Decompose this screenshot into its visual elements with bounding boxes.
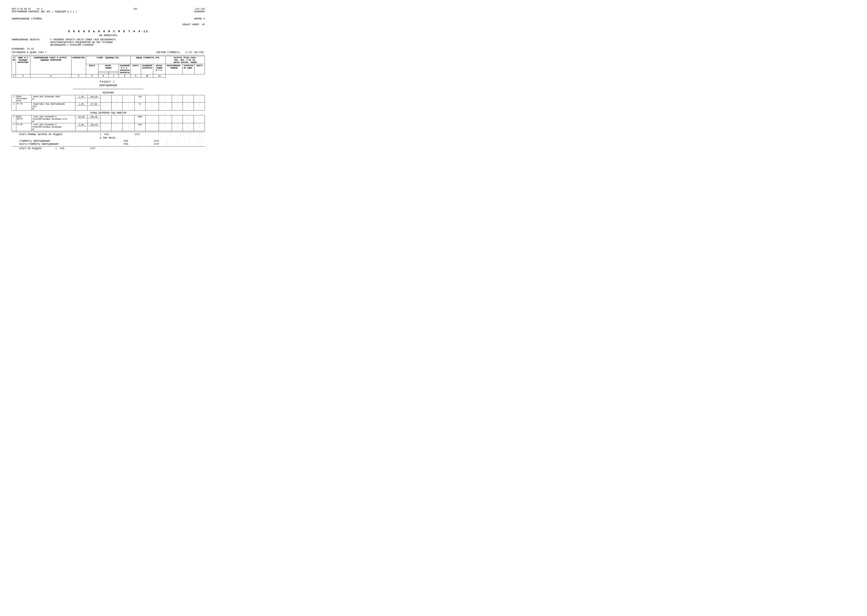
item-osnov-o: -- bbox=[145, 95, 159, 102]
item-osnov-zp: -- bbox=[123, 102, 134, 110]
dash4: - bbox=[176, 133, 186, 136]
sp4 bbox=[131, 140, 135, 143]
item-code: ЦЕНАСАРАТОВСКАРЗА bbox=[16, 95, 31, 102]
item-expl2: -- bbox=[112, 102, 123, 110]
th-e3 bbox=[98, 73, 109, 74]
th-num10: 10 bbox=[141, 74, 153, 78]
th-stoim: СТОИМ. ЕДИНИЦЫ,РУБ. bbox=[86, 56, 131, 64]
subsection-melochnaya: МЕЛОЧНАЯ bbox=[12, 91, 205, 94]
subsection-sklad: СКЛАД БАЛЛОНОВ ПОД НАВЕСОМ bbox=[12, 112, 205, 114]
th-num1: 1 bbox=[12, 74, 16, 78]
th-m3 bbox=[109, 73, 119, 74]
dash16: - bbox=[108, 147, 120, 150]
th-kol: КОЛИЧЕСТВО bbox=[71, 56, 86, 74]
th-shifr: ШИФР И НПОЗИЦИИНОРМАТИВА bbox=[16, 56, 30, 74]
smetnaya-label: СМЕТНАЯ СТОИМОСТЬ bbox=[156, 51, 180, 54]
dash5: - bbox=[186, 133, 195, 136]
items-table-1: 1 ЦЕНАСАРАТОВСКАРЗА -ШКАФ ДЛЯ ХРАНЕНИЯ Л… bbox=[12, 95, 205, 110]
item-vsego-t: -- bbox=[194, 95, 205, 102]
item-price: 100,00- bbox=[87, 123, 101, 131]
item-total: 500- bbox=[134, 123, 145, 131]
osnov-smetnaya-row: ОСНОВАНИЕ: ТХ.СО bbox=[12, 48, 205, 50]
object-label: ОБЪЕКТ НОМЕР bbox=[183, 24, 199, 26]
vsego-ob-label: ВСЕГО,СТОИМОСТЬ ОБОРУДОВАНИЯ - bbox=[19, 143, 122, 146]
item-osnov-zp: -- bbox=[123, 115, 134, 123]
item-price: 87,00- bbox=[87, 102, 101, 110]
stoimost-ob-unit: РУБ. bbox=[122, 140, 131, 143]
itogo-val1: 3747 bbox=[131, 133, 143, 136]
th-ekspl2 bbox=[98, 72, 109, 73]
items-table-2: 3 ЦЕНАЦПКТБ -ТАРА ДЛЯ ХРАНЕНИЯ ИТРАНСПОР… bbox=[12, 115, 205, 131]
itogo-r-val: 3747 bbox=[87, 147, 99, 150]
th-n: NПП bbox=[12, 56, 16, 74]
dash2: - bbox=[153, 133, 164, 136]
th-num7: 7 bbox=[109, 74, 119, 78]
doc-code: 503-9-26.89 А7 bbox=[12, 8, 31, 10]
object-block: ОБЪЕКТ НОМЕР 4Р bbox=[12, 24, 205, 26]
item-total: 160- bbox=[134, 95, 145, 102]
top-divider bbox=[12, 55, 205, 55]
th-num3: 3 bbox=[30, 74, 71, 78]
dash17: - bbox=[120, 147, 131, 150]
item-osnov-o: -- bbox=[145, 102, 159, 110]
doc-number-right: 113-133 bbox=[194, 8, 205, 10]
item-obsluzhiv: -- bbox=[172, 102, 183, 110]
vsego-ob-unit: РУБ. bbox=[122, 143, 131, 146]
th-num6: 6 bbox=[98, 74, 109, 78]
naim-stroyki-label: НАИМЕНОВАНИЕ СТРОЙКИ- bbox=[12, 17, 43, 20]
stoimost-ob-val: 3747 bbox=[151, 140, 162, 143]
item-total: 3000- bbox=[134, 115, 145, 123]
naim-forma-row: НАИМЕНОВАНИЕ СТРОЙКИ- ФОРМА 4 bbox=[12, 17, 205, 20]
stoimost-ob-label: СТОИМОСТЬ ОБОРУДОВАНИЯ - bbox=[19, 140, 122, 143]
th-num5: 5 bbox=[86, 74, 98, 78]
item-osnov-o: -- bbox=[145, 123, 159, 131]
th-num11: 11 bbox=[153, 74, 166, 78]
item-vsego-t: -- bbox=[194, 102, 205, 110]
page-wrapper: 503-9-26.89 А7 Кн 2 ПРОГРАММНЫЙ КОМПЛЕКС… bbox=[12, 8, 205, 150]
header-top: 503-9-26.89 А7 Кн 2 ПРОГРАММНЫЙ КОМПЛЕКС… bbox=[12, 8, 205, 13]
table-row: 1 ЦЕНАСАРАТОВСКАРЗА -ШКАФ ДЛЯ ХРАНЕНИЯ Л… bbox=[12, 95, 205, 102]
section-equals: ========================================… bbox=[12, 88, 205, 90]
item-osnov-o: -- bbox=[145, 115, 159, 123]
vsego-ob-row: ВСЕГО,СТОИМОСТЬ ОБОРУДОВАНИЯ - РУБ. 3747… bbox=[12, 143, 205, 146]
sp6 bbox=[139, 140, 151, 143]
sp8 bbox=[135, 143, 139, 146]
dash14: - bbox=[195, 143, 205, 146]
sp5 bbox=[135, 140, 139, 143]
item-expl2: -- bbox=[112, 95, 123, 102]
sp9 bbox=[139, 143, 151, 146]
naim-ob-value: К ТИПОВОМУ ПРОЕКТУ ПОСТА СЛИВА ГАЗА АВТО… bbox=[50, 38, 115, 47]
item-vsego-t: -- bbox=[194, 123, 205, 131]
main-table: NПП ШИФР И НПОЗИЦИИНОРМАТИВА НАИМЕНОВАНИ… bbox=[12, 56, 205, 78]
na-inventar: НА ИНВЕНТАРЬ bbox=[12, 34, 205, 37]
th-num8: 8 bbox=[119, 74, 131, 78]
program-line: ПРОГРАММНЫЙ КОМПЛЕКС АВС-ЗЕС ( РЕДАКЦИЯ … bbox=[12, 10, 77, 13]
itogo-r-spacer bbox=[12, 147, 19, 150]
sostavlena-label: СОСТАВЛЕНА В ЦЕНАХ 1984 Г. bbox=[12, 51, 48, 54]
sp12 bbox=[76, 147, 87, 150]
header-left-block: 503-9-26.89 А7 Кн 2 ПРОГРАММНЫЙ КОМПЛЕКС… bbox=[12, 8, 77, 13]
item-code: ТО КЕ bbox=[16, 123, 31, 131]
th-num9: 9 bbox=[131, 74, 141, 78]
dash15: - bbox=[99, 147, 108, 150]
item-total: 87- bbox=[134, 102, 145, 110]
dash6: - bbox=[195, 133, 205, 136]
item-obsluzhiv: -- bbox=[172, 95, 183, 102]
item-qty: 1,00- bbox=[76, 95, 87, 102]
th-ekspl-s: ЭКСПЛ.МАШИН bbox=[98, 64, 119, 72]
v-tom-chisle-label: В ТОМ ЧИСЛЕ: bbox=[12, 137, 205, 140]
itogo-r-unit: РУБ. bbox=[58, 147, 68, 150]
th-zatrat: ЗАТРАТЫ ТРУДА РАБО-ЧИХ, ЧЕЛ.-Ч НЕ ЗА-НИТ… bbox=[166, 56, 205, 64]
item-vsego-t: -- bbox=[194, 115, 205, 123]
item-expl1: -- bbox=[101, 95, 112, 102]
item-qty: 30,00- bbox=[76, 115, 87, 123]
th-obsluzhiv: ОБСЛУЖИВАЕМ. МАШИНЫ bbox=[166, 64, 183, 74]
main-title: Л О К А Л Ь Н А Я С М Е Т А 4-12 bbox=[12, 30, 205, 33]
sp7 bbox=[131, 143, 135, 146]
item-na-ed: -- bbox=[183, 123, 194, 131]
stoimost-ob-row: СТОИМОСТЬ ОБОРУДОВАНИЯ - РУБ. 3747 - - -… bbox=[12, 140, 205, 143]
item-name: -ТАРА ДЛЯ ХРАНЕНИЯ ИТРАНСПОРТИРОВКИ БАЛЛ… bbox=[32, 115, 76, 123]
th-ekspl-o: ЭКСПЛ.МАШИНВ Т.Ч. bbox=[153, 64, 166, 74]
item-code: ЦЕНАЦПКТБ bbox=[16, 115, 31, 123]
item-ekspl-o: -- bbox=[159, 115, 172, 123]
